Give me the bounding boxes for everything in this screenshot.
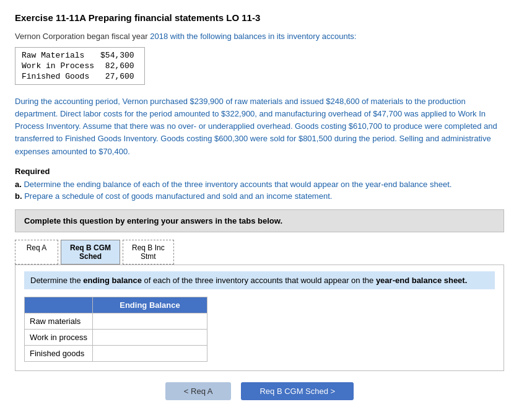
- table-header-ending-balance: Ending Balance: [93, 297, 207, 313]
- answer-row-label: Work in process: [25, 329, 93, 345]
- bottom-nav: < Req A Req B CGM Sched >: [15, 382, 504, 400]
- inventory-row-value: 82,600: [99, 61, 139, 71]
- inventory-row: Finished Goods27,600: [20, 71, 139, 82]
- tab-req-b-inc[interactable]: Req B IncStmt: [123, 240, 174, 265]
- answer-table: Ending Balance Raw materials Work in pro…: [24, 297, 207, 362]
- complete-box: Complete this question by entering your …: [15, 209, 504, 232]
- required-item: b. Prepare a schedule of cost of goods m…: [15, 191, 504, 201]
- required-item-letter: b.: [15, 191, 22, 201]
- intro-text: Vernon Corporation began fiscal year 201…: [15, 32, 504, 41]
- table-row: Finished goods: [25, 345, 207, 361]
- intro-plain: Vernon Corporation began fiscal year: [15, 32, 150, 41]
- tab-req-b-cgm[interactable]: Req B CGMSched: [61, 240, 120, 265]
- required-section: Required a. Determine the ending balance…: [15, 167, 504, 201]
- body-paragraph: During the accounting period, Vernon pur…: [15, 95, 504, 158]
- answer-input[interactable]: [98, 349, 202, 358]
- inventory-table: Raw Materials$54,300Work in Process82,60…: [15, 47, 145, 85]
- answer-row-label: Raw materials: [25, 313, 93, 329]
- inventory-row-label: Work in Process: [20, 61, 99, 71]
- inventory-row-value: 27,600: [99, 71, 139, 82]
- answer-row-input-cell[interactable]: [93, 345, 207, 361]
- required-item-letter: a.: [15, 180, 22, 189]
- intro-highlight: 2018 with the following balances in its …: [150, 32, 356, 41]
- table-row: Raw materials: [25, 313, 207, 329]
- tabs-container: Req A Req B CGMSched Req B IncStmt: [15, 240, 504, 265]
- inventory-row: Raw Materials$54,300: [20, 50, 139, 61]
- required-label: Required: [15, 167, 504, 176]
- next-button[interactable]: Req B CGM Sched >: [241, 382, 354, 400]
- answer-row-input-cell[interactable]: [93, 329, 207, 345]
- tab-content-area: Determine the ending balance of each of …: [15, 265, 504, 371]
- tab-req-a[interactable]: Req A: [15, 240, 58, 265]
- exercise-title: Exercise 11-11A Preparing financial stat…: [15, 12, 504, 23]
- prev-button[interactable]: < Req A: [165, 382, 232, 400]
- inventory-row-label: Finished Goods: [20, 71, 99, 82]
- inventory-row-value: $54,300: [99, 50, 139, 61]
- tab-instruction: Determine the ending balance of each of …: [24, 271, 495, 289]
- table-row: Work in process: [25, 329, 207, 345]
- required-item: a. Determine the ending balance of each …: [15, 180, 504, 189]
- tab-instruction-text: Determine the ending balance of each of …: [30, 276, 467, 285]
- answer-input[interactable]: [98, 333, 202, 342]
- answer-input[interactable]: [98, 317, 202, 326]
- answer-row-input-cell[interactable]: [93, 313, 207, 329]
- inventory-row-label: Raw Materials: [20, 50, 99, 61]
- tab-req-b-inc-label: Req B IncStmt: [132, 243, 165, 261]
- inventory-row: Work in Process82,600: [20, 61, 139, 71]
- tab-req-b-cgm-label: Req B CGMSched: [70, 243, 111, 261]
- answer-row-label: Finished goods: [25, 345, 93, 361]
- table-header-empty: [25, 297, 93, 313]
